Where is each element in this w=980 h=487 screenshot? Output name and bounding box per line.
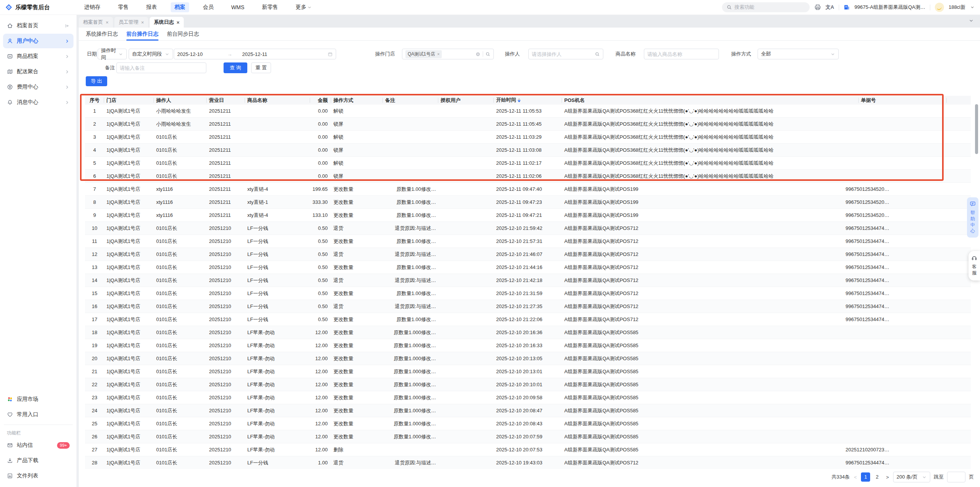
sidebar-item-文件列表[interactable]: 文件列表 <box>3 469 74 483</box>
sidebar-item-站内信[interactable]: 站内信99+ <box>3 438 74 453</box>
date-end-value[interactable]: 2025-12-11 <box>242 51 268 57</box>
table-row[interactable]: 281|QA测试1号店0101店长20251210LF一分钱1.00退货退货原因… <box>85 456 971 469</box>
date-type-select[interactable]: 操作时间 <box>98 49 127 59</box>
printer-icon[interactable] <box>814 4 821 11</box>
sidebar-item-配送聚合[interactable]: 配送聚合 <box>3 64 74 79</box>
menu-item-进销存[interactable]: 进销存 <box>80 2 104 12</box>
sort-icon[interactable] <box>518 97 521 104</box>
table-row[interactable]: 81|QA测试1号店xty111620251211xty直销-1333.30更改… <box>85 196 971 209</box>
table-row[interactable]: 131|QA测试1号店0101店长20251210LF一分钱0.50更改数量原数… <box>85 261 971 274</box>
jump-page-input[interactable] <box>947 472 965 482</box>
table-row[interactable]: 121|QA测试1号店0101店长20251210LF一分钱0.50退货退货原因… <box>85 248 971 261</box>
table-row[interactable]: 71|QA测试1号店xty111620251211xty直销-4199.65更改… <box>85 183 971 196</box>
table-row[interactable]: 61|QA测试1号店0101店长202512110.00锁屏2025-12-11… <box>85 170 971 183</box>
menu-item-新零售[interactable]: 新零售 <box>258 2 282 12</box>
subtab-前台操作日志[interactable]: 前台操作日志 <box>126 28 158 40</box>
product-input[interactable] <box>647 51 715 57</box>
column-header-操作人[interactable]: 操作人 <box>154 97 207 104</box>
chevron-down-icon[interactable] <box>970 5 975 10</box>
sidebar-item-产品下载[interactable]: 产品下载 <box>3 453 74 468</box>
operator-filter-input[interactable] <box>528 49 603 59</box>
column-header-备注[interactable]: 备注 <box>383 97 438 104</box>
column-header-POS机名[interactable]: POS机名 <box>562 97 859 104</box>
vertical-scrollbar[interactable] <box>975 104 978 154</box>
chevron-right-icon[interactable] <box>65 54 70 59</box>
chevron-right-icon[interactable] <box>65 39 70 44</box>
table-row[interactable]: 21|QA测试1号店小雨哈哈哈发生202512110.00锁屏2025-12-1… <box>85 118 971 131</box>
clear-icon[interactable] <box>475 52 480 57</box>
table-row[interactable]: 271|QA测试1号店0101店长20251210LF苹果-勿动12.00删除2… <box>85 443 971 456</box>
table-row[interactable]: 201|QA测试1号店0101店长20251210LF苹果-勿动12.00更改数… <box>85 352 971 365</box>
action-type-select[interactable]: 全部 <box>758 49 839 59</box>
tab-档案首页[interactable]: 档案首页× <box>79 17 113 28</box>
tab-员工管理[interactable]: 员工管理× <box>114 17 149 28</box>
column-header-金额[interactable]: 金额 <box>310 97 331 104</box>
chevron-right-icon[interactable] <box>65 85 70 90</box>
table-row[interactable]: 241|QA测试1号店0101店长20251210LF苹果-勿动12.00更改数… <box>85 404 971 417</box>
table-row[interactable]: 141|QA测试1号店0101店长20251210LF一分钱0.50退货退货原因… <box>85 274 971 287</box>
close-icon[interactable]: × <box>176 20 180 25</box>
operator-input[interactable] <box>532 51 595 57</box>
column-header-开始时间[interactable]: 开始时间 <box>494 97 562 104</box>
date-range-picker[interactable]: 2025-12-10 → 2025-12-11 <box>174 49 336 59</box>
table-row[interactable]: 111|QA测试1号店0101店长20251210LF一分钱0.50更改数量原数… <box>85 235 971 248</box>
table-row[interactable]: 191|QA测试1号店0101店长20251210LF苹果-勿动12.00更改数… <box>85 339 971 352</box>
menu-item-零售[interactable]: 零售 <box>114 2 132 12</box>
subtab-系统操作日志[interactable]: 系统操作日志 <box>86 28 118 40</box>
column-header-授权用户[interactable]: 授权用户 <box>438 97 494 104</box>
column-header-操作方式[interactable]: 操作方式 <box>331 97 383 104</box>
search-icon[interactable] <box>595 52 600 57</box>
sidebar-item-应用市场[interactable]: 应用市场 <box>3 392 74 407</box>
table-row[interactable]: 41|QA测试1号店0101店长202512110.00锁屏2025-12-11… <box>85 144 971 157</box>
table-row[interactable]: 51|QA测试1号店0101店长202512110.00解锁2025-12-11… <box>85 157 971 170</box>
avatar[interactable] <box>935 3 944 12</box>
store-filter-input[interactable]: QA测试1号店 × <box>402 49 494 59</box>
column-header-序号[interactable]: 序号 <box>85 97 104 104</box>
page-button-2[interactable]: 2 <box>872 472 882 482</box>
table-row[interactable]: 211|QA测试1号店0101店长20251210LF苹果-勿动12.00更改数… <box>85 365 971 378</box>
company-name[interactable]: 99675-A组新界面果蔬版QA测… <box>854 4 925 11</box>
table-row[interactable]: 91|QA测试1号店xty111620251211xty直销-4133.10更改… <box>85 209 971 222</box>
table-row[interactable]: 181|QA测试1号店0101店长20251210LF苹果-勿动12.00更改数… <box>85 326 971 339</box>
table-row[interactable]: 151|QA测试1号店0101店长20251210LF一分钱0.50更改数量原数… <box>85 287 971 300</box>
page-button-1[interactable]: 1 <box>861 472 870 482</box>
column-header-门店[interactable]: 门店 <box>104 97 154 104</box>
menu-item-更多[interactable]: 更多 <box>292 2 315 12</box>
menu-item-档案[interactable]: 档案 <box>171 2 189 12</box>
table-row[interactable]: 221|QA测试1号店0101店长20251210LF苹果-勿动12.00更改数… <box>85 378 971 391</box>
close-icon[interactable]: × <box>106 20 109 25</box>
translate-icon[interactable]: 文A <box>826 4 834 11</box>
column-header-营业日[interactable]: 营业日 <box>207 97 245 104</box>
remark-input[interactable] <box>120 65 203 71</box>
page-size-select[interactable]: 200 条/页 <box>893 472 930 482</box>
table-row[interactable]: 251|QA测试1号店0101店长20251210LF苹果-勿动12.00更改数… <box>85 417 971 430</box>
product-filter-input[interactable] <box>644 49 719 59</box>
menu-item-WMS[interactable]: WMS <box>227 3 248 12</box>
table-row[interactable]: 171|QA测试1号店0101店长20251210LF一分钱0.50更改数量原数… <box>85 313 971 326</box>
column-header-商品名称[interactable]: 商品名称 <box>245 97 310 104</box>
export-button[interactable]: 导 出 <box>86 76 107 86</box>
table-row[interactable]: 31|QA测试1号店0101店长202512110.00解锁2025-12-11… <box>85 131 971 144</box>
help-center-button[interactable]: 帮助中心 <box>967 197 978 238</box>
close-icon[interactable]: × <box>141 20 144 25</box>
sidebar-item-消息中心[interactable]: 消息中心 <box>3 95 74 110</box>
remark-filter-input[interactable] <box>116 62 206 73</box>
date-start-value[interactable]: 2025-12-10 <box>177 51 203 57</box>
prev-page-button[interactable]: < <box>853 474 858 480</box>
jump-input[interactable] <box>951 474 962 480</box>
chevron-right-icon[interactable] <box>65 69 70 74</box>
sidebar-item-常用入口[interactable]: 常用入口 <box>3 407 74 422</box>
search-icon[interactable] <box>485 52 490 57</box>
date-range-type-select[interactable]: 自定义时间段 <box>129 49 173 59</box>
reset-button[interactable]: 重 置 <box>251 62 271 73</box>
table-row[interactable]: 261|QA测试1号店0101店长20251210LF苹果-勿动12.00更改数… <box>85 430 971 443</box>
menu-item-报表[interactable]: 报表 <box>142 2 161 12</box>
chevron-right-icon[interactable] <box>65 100 70 105</box>
menu-item-会员[interactable]: 会员 <box>199 2 217 12</box>
next-page-button[interactable]: > <box>885 474 890 480</box>
table-row[interactable]: 161|QA测试1号店0101店长20251210LF一分钱0.50退货退货原因… <box>85 300 971 313</box>
table-row[interactable]: 101|QA测试1号店0101店长20251210LF一分钱0.50退货退货原因… <box>85 222 971 235</box>
customer-service-button[interactable]: 客服 <box>969 251 980 280</box>
tab-系统日志[interactable]: 系统日志× <box>150 17 184 28</box>
sidebar-item-用户中心[interactable]: 用户中心 <box>3 34 74 48</box>
